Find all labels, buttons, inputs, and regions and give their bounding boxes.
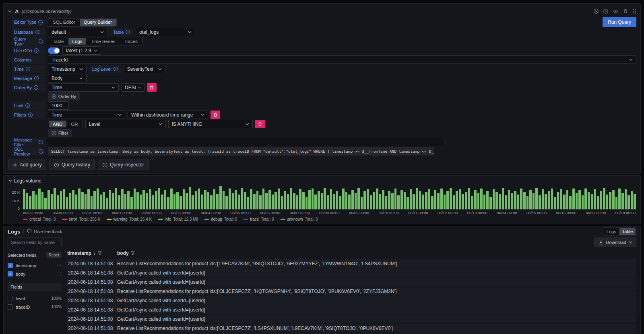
log-table-row[interactable]: 2024-06-18 14:51:08Receive ListRecommend… [67,324,636,332]
legend-item-warning[interactable]: warningTotal: 25.4 K [107,217,152,221]
x-axis-tick: 06/10 00:00 [379,211,399,215]
collapse-query-icon[interactable] [8,10,12,13]
logs-volume-header[interactable]: Logs volume [8,178,636,184]
table-view-option[interactable]: Table [619,228,636,235]
time-column-select[interactable]: Timestamp [48,65,87,73]
log-table-row[interactable]: 2024-06-18 14:51:08GetCartAsync called w… [67,278,636,286]
legend-item-unknown[interactable]: unknownTotal: 0 [281,217,318,221]
run-query-button[interactable]: Run Query [603,17,636,27]
or-option[interactable]: OR [67,121,82,127]
selected-field-body[interactable]: ✓body⋮⋮ [8,270,62,278]
info-icon[interactable]: i [28,113,33,117]
checkbox-unchecked-icon[interactable] [8,304,13,309]
reset-button[interactable]: Reset [46,252,62,258]
query-builder-option[interactable]: Query Builder [80,19,116,26]
fields-sidebar: Selected fields Reset ✓timestamp⋮⋮✓body⋮… [8,238,62,334]
info-icon[interactable]: i [25,103,30,108]
legend-item-trace[interactable]: traceTotal: 0 [244,217,274,221]
volume-bar [572,189,575,209]
info-icon[interactable]: i [38,20,43,25]
table-select[interactable]: otel_logs [136,28,195,36]
log-table-row[interactable]: 2024-06-18 14:51:08Receive ListRecommend… [67,259,636,268]
remove-filter-button[interactable] [211,111,220,119]
legend-item-critical[interactable]: criticalTotal: 0 [23,217,56,221]
legend-item-debug[interactable]: debugTotal: 0 [204,217,237,221]
otel-version-select[interactable]: latest (1.2.9) [62,46,101,55]
sql-editor-option[interactable]: SQL Editor [49,19,79,26]
timestamp-column-header[interactable]: timestamp ↓ [67,250,117,256]
checkbox-checked-icon[interactable]: ✓ [8,263,13,268]
editor-type-label: Editor Typei [12,18,45,27]
info-icon[interactable]: i [39,39,43,43]
x-axis-tick: 06/04 00:00 [201,211,221,215]
volume-bar [535,188,538,209]
drag-handle-icon[interactable]: ⋮⋮ [55,263,62,268]
log-level-column-select[interactable]: SeverityText [124,65,165,73]
drag-handle-icon[interactable]: ⋮⋮ [55,272,62,276]
order-by-direction-select[interactable]: DESC [121,83,144,92]
filter-field-select[interactable]: Time [48,111,125,119]
add-query-button[interactable]: Add query [8,160,46,170]
sort-desc-icon[interactable]: ↓ [93,251,96,256]
volume-bar [379,194,382,209]
search-fields-input[interactable] [8,238,62,247]
info-icon[interactable]: i [34,76,39,80]
volume-bar [259,195,262,209]
columns-select[interactable]: TraceId [48,55,636,64]
selected-fields-header: Selected fields Reset [8,252,62,258]
query-inspector-button[interactable]: Query inspector [98,160,149,170]
info-icon[interactable]: i [35,30,39,34]
info-icon[interactable]: i [26,67,30,71]
download-button[interactable]: Download [594,238,636,247]
eye-icon[interactable] [613,8,619,14]
drag-handle-icon[interactable] [632,8,636,14]
filter-level-operator-select[interactable]: IS ANYTHING [168,120,253,128]
field-name: level [16,296,48,301]
query-history-button[interactable]: Query history [50,160,95,170]
database-select[interactable]: default [48,28,107,36]
delete-query-icon[interactable] [623,8,628,14]
and-option[interactable]: AND [49,121,66,127]
query-type-tab-time-series[interactable]: Time Series [87,38,119,45]
checkbox-checked-icon[interactable]: ✓ [8,271,13,277]
filter-operator-select[interactable]: Within dashboard time range [128,111,208,119]
history-icon[interactable] [603,8,609,14]
volume-bar [357,188,360,209]
logs-view-option[interactable]: Logs [604,228,619,235]
info-icon[interactable]: i [39,140,43,144]
info-icon[interactable]: i [114,67,118,71]
field-traceID[interactable]: traceID100% [8,303,62,311]
query-type-tab-logs[interactable]: Logs [68,38,87,45]
log-table-row[interactable]: 2024-06-18 14:51:08Receive ListRecommend… [67,287,636,295]
query-type-tab-table[interactable]: Table [49,38,68,45]
checkbox-unchecked-icon[interactable] [8,296,13,301]
info-icon[interactable]: i [34,48,39,53]
legend-item-error[interactable]: errorTotal: 255 K [62,217,101,221]
remove-level-filter-button[interactable] [255,120,265,128]
info-icon[interactable]: i [34,85,38,90]
log-table-row[interactable]: 2024-06-18 14:51:08GetCartAsync called w… [67,296,636,305]
add-filter-button[interactable]: Filter [48,129,72,137]
info-icon[interactable]: i [39,149,43,154]
legend-item-info[interactable]: infoTotal: 12.3 Mil [158,217,198,221]
selected-field-timestamp[interactable]: ✓timestamp⋮⋮ [8,261,62,270]
log-table-row[interactable]: 2024-06-18 14:51:08GetCartAsync called w… [67,315,636,323]
message-column-select[interactable]: Body [48,74,87,82]
give-feedback-link[interactable]: Give feedback [27,229,62,234]
add-order-by-button[interactable]: Order By [48,92,80,100]
remove-order-by-button[interactable] [147,83,157,92]
disable-query-icon[interactable] [593,8,599,14]
order-by-field-select[interactable]: Time [48,83,119,92]
filter-level-field-select[interactable]: Level [85,120,166,128]
query-type-tab-traces[interactable]: Traces [120,38,142,45]
info-circle-icon [102,162,107,168]
log-table-row[interactable]: 2024-06-18 14:51:08GetCartAsync called w… [67,305,636,314]
field-level[interactable]: level100% [8,294,62,303]
log-body-cell: GetCartAsync called with userId={userId} [117,279,636,285]
log-table-row[interactable]: 2024-06-18 14:51:08GetCartAsync called w… [67,268,636,277]
info-icon[interactable]: i [126,30,130,34]
body-column-header[interactable]: body [117,250,135,256]
limit-input[interactable] [48,101,69,110]
use-otel-toggle[interactable] [48,47,60,54]
message-filter-input[interactable] [48,138,444,146]
